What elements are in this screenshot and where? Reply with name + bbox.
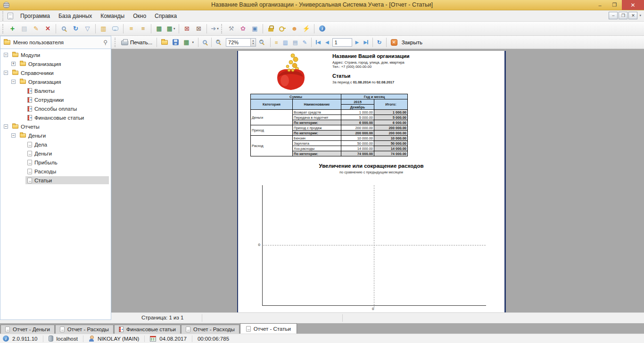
about-icon[interactable]: i [317,23,328,34]
minimize-button[interactable]: – [593,0,607,10]
tree-item-11[interactable]: Деньги [0,149,111,158]
close-window-icon[interactable]: ⊠ [182,23,192,34]
tree-item-3[interactable]: −Организация [0,77,111,86]
search-icon[interactable] [58,23,69,34]
printer-icon [121,41,128,45]
menu-item-1[interactable]: База данных [54,11,96,21]
report-page: Название Вашей организации Адрес: Страна… [237,51,506,312]
tree-expand-icon[interactable]: ≡ [126,23,137,34]
menu-item-0[interactable]: Программа [16,11,54,21]
report-preview-area[interactable]: Название Вашей организации Адрес: Страна… [111,49,644,312]
tree-expander-icon[interactable]: − [4,53,8,57]
tree-item-10[interactable]: Дела [0,140,111,149]
comments-icon[interactable] [110,23,121,34]
page-status-text: Страница: 1 из 1 [141,315,183,320]
zoom-spinner[interactable]: ▲▼ [250,39,256,46]
tab-0[interactable]: Отчет - Деньги [0,325,55,334]
tab-3[interactable]: Отчет - Расходы [181,325,239,334]
refresh-icon[interactable]: ↻ [70,23,81,34]
zoom-out-button[interactable]: − [257,37,268,48]
tree-item-1[interactable]: +Организация [0,59,111,68]
refresh-report-button[interactable]: ↻ [375,37,384,48]
tree-collapse-icon[interactable]: ≡ [138,23,149,34]
folder-icon [20,80,26,84]
page-number-input[interactable]: 1 [332,38,352,47]
mdi-menu-caret[interactable]: ▾ [639,14,641,17]
delete-icon[interactable]: ✕ [42,23,53,34]
edit-icon[interactable]: ✎ [31,23,41,34]
tree-expander-icon[interactable]: − [4,71,8,75]
menu-item-4[interactable]: Справка [150,11,181,21]
mdi-close-button[interactable]: ✕ [628,12,637,19]
prev-page-button[interactable]: ◀ [323,37,331,48]
maximize-button[interactable]: ❐ [607,0,622,10]
print-button[interactable]: Печать... [119,37,155,48]
org-name: Название Вашей организации [332,53,409,59]
tree-expander-icon[interactable]: − [11,133,16,138]
tree-item-4[interactable]: Валюты [0,86,111,95]
tree-item-7[interactable]: Финансовые статьи [0,113,111,122]
mdi-restore-button[interactable]: ❐ [619,12,627,19]
tab-label: Отчет - Статьи [254,326,291,332]
lock-icon[interactable] [265,23,276,34]
zoom-value: 72% [228,40,239,45]
menu-item-2[interactable]: Команды [96,11,129,21]
add-icon[interactable]: + [7,23,18,34]
thumbnails-button[interactable]: ▥ [281,37,290,48]
filter-icon[interactable]: ▽ [82,23,93,34]
close-report-button[interactable]: ✕ Закрыть [388,37,425,48]
zoom-input[interactable]: 72% ▲▼ [226,38,256,47]
tree-expander-icon[interactable]: − [11,80,16,84]
tree-item-5[interactable]: Сотрудники [0,95,111,104]
users-icon[interactable]: ☻ [289,23,300,34]
save-report-button[interactable] [170,37,181,48]
tree-item-14[interactable]: Статьи [0,176,111,185]
exit-icon[interactable]: ➔▾ [209,23,220,34]
version-info-icon[interactable]: i [3,335,9,342]
copy-icon[interactable]: ▤ [19,23,30,34]
list-icon [119,327,124,332]
tree-item-6[interactable]: Способы оплаты [0,104,111,113]
form-editor-icon[interactable]: ▣ [249,23,260,34]
tools-icon[interactable]: ⚒ [226,23,237,34]
next-page-button[interactable]: ▶ [353,37,362,48]
close-all-windows-icon[interactable]: ⊠ [193,23,204,34]
tree-item-12[interactable]: Прибыль [0,158,111,167]
tree-item-8[interactable]: −Отчеты [0,122,111,131]
tree-item-9[interactable]: −Деньги [0,131,111,140]
header-total: Итого: [374,99,408,110]
close-button[interactable]: ✕ [622,0,644,10]
first-page-button[interactable]: ◀ [314,37,323,48]
export-menu-button[interactable]: ▦▾ [181,37,196,48]
tree-item-13[interactable]: Расходы [0,167,111,176]
power-icon[interactable]: ⚡ [301,23,312,34]
zoom-in-button[interactable]: + [214,37,225,48]
next-page-icon: ▶ [355,40,359,45]
tree-expander-icon[interactable]: + [11,62,16,66]
tab-1[interactable]: Отчет - Расходы [55,325,114,334]
view-columns-icon[interactable]: ▥ [98,23,109,34]
send-report-button[interactable]: ▤ [290,37,300,48]
outline-button[interactable]: ≡ [272,37,281,48]
tree-item-2[interactable]: −Справочники [0,68,111,77]
report-table: Суммы Год и месяц Категория Наименование… [250,94,408,156]
access-key-icon[interactable] [277,23,288,34]
open-report-button[interactable] [159,37,170,48]
appearance-icon[interactable]: ✿ [238,23,248,34]
server-host: localhost [57,336,78,342]
tab-4[interactable]: Отчет - Статьи [240,323,297,334]
tab-2[interactable]: Финансовые статьи [114,325,181,334]
export-excel-menu-icon[interactable]: ▦▾ [165,23,176,34]
menu-item-3[interactable]: Окно [129,11,150,21]
preview-mode-button[interactable] [200,37,209,48]
export-excel-icon[interactable]: ▦ [154,23,165,34]
main-toolbar-icons: +▤✎✕↻▽▥≡≡▦▦▾⊠⊠➔▾⚒✿▣☻⚡i [7,23,328,34]
tree-expander-icon[interactable]: − [4,124,8,129]
calendar-icon[interactable] [150,336,156,342]
mdi-minimize-button[interactable]: – [609,12,618,19]
pin-icon[interactable]: ⚲ [103,39,107,46]
tree-item-0[interactable]: −Модули [0,50,111,59]
last-page-button[interactable]: ▶ [361,37,371,48]
header-name: Наименование [293,99,341,110]
edit-page-button[interactable]: ✎ [300,37,310,48]
